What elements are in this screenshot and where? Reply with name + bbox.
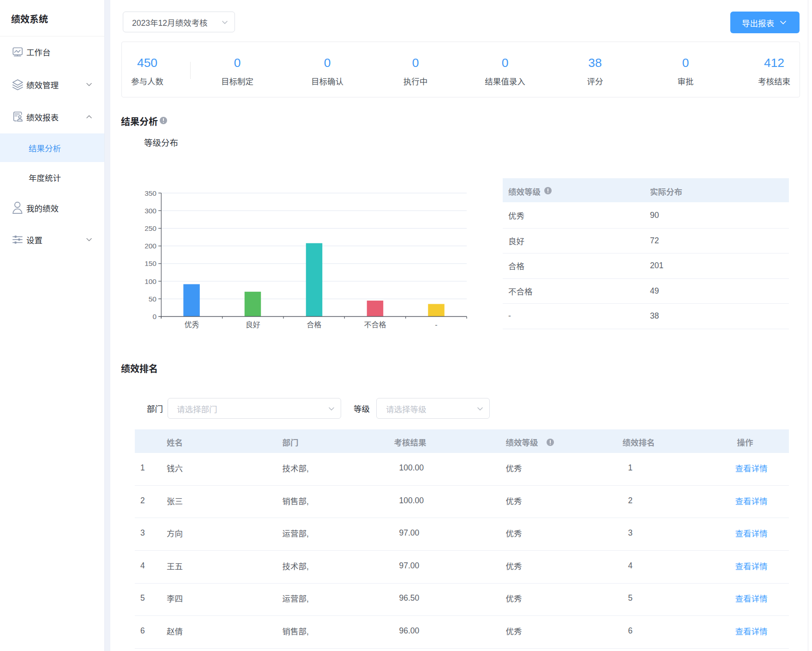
svg-text:合格: 合格 — [307, 321, 321, 329]
svg-text:300: 300 — [144, 207, 156, 215]
svg-text:350: 350 — [144, 189, 156, 197]
svg-text:0: 0 — [152, 313, 156, 320]
svg-text:150: 150 — [144, 259, 156, 267]
svg-text:良好: 良好 — [246, 321, 260, 329]
svg-text:200: 200 — [144, 242, 156, 250]
svg-text:100: 100 — [144, 277, 156, 285]
svg-text:不合格: 不合格 — [364, 321, 386, 329]
svg-text:250: 250 — [144, 224, 156, 232]
svg-text:优秀: 优秀 — [184, 321, 199, 329]
svg-text:50: 50 — [149, 295, 157, 303]
svg-text:-: - — [435, 321, 437, 329]
